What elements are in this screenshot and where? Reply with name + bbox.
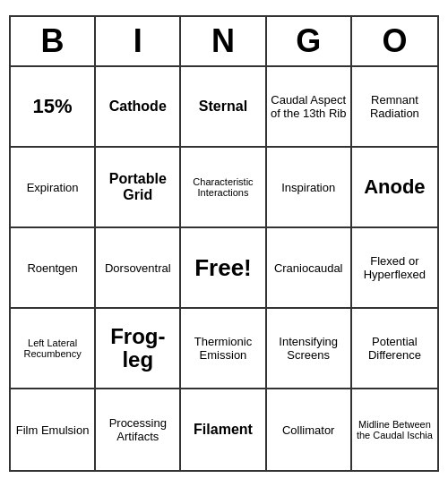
cell-text-10: Roentgen xyxy=(27,261,77,275)
cell-text-12: Free! xyxy=(194,254,252,282)
header-letter-i: I xyxy=(96,17,181,65)
bingo-cell-2: Sternal xyxy=(181,67,266,148)
bingo-cell-21: Processing Artifacts xyxy=(96,389,181,470)
bingo-cell-14: Flexed or Hyperflexed xyxy=(352,228,437,309)
bingo-cell-11: Dorsoventral xyxy=(96,228,181,309)
bingo-header: BINGO xyxy=(11,17,437,67)
cell-text-5: Expiration xyxy=(27,181,79,194)
cell-text-9: Anode xyxy=(364,175,425,199)
cell-text-2: Sternal xyxy=(199,98,247,115)
bingo-cell-16: Frog-leg xyxy=(96,309,181,389)
bingo-cell-5: Expiration xyxy=(11,148,96,228)
bingo-cell-22: Filament xyxy=(181,389,266,470)
bingo-cell-1: Cathode xyxy=(96,67,181,148)
cell-text-7: Characteristic Interactions xyxy=(185,176,261,198)
cell-text-6: Portable Grid xyxy=(99,171,176,203)
cell-text-18: Intensifying Screens xyxy=(271,335,347,362)
bingo-cell-3: Caudal Aspect of the 13th Rib xyxy=(267,67,352,148)
bingo-cell-20: Film Emulsion xyxy=(11,389,96,470)
bingo-cell-17: Thermionic Emission xyxy=(181,309,266,389)
cell-text-4: Remnant Radiation xyxy=(356,93,434,120)
bingo-grid: 15%CathodeSternalCaudal Aspect of the 13… xyxy=(11,67,437,470)
header-letter-g: G xyxy=(267,17,352,65)
bingo-cell-7: Characteristic Interactions xyxy=(181,148,266,228)
bingo-cell-8: Inspiration xyxy=(267,148,352,228)
bingo-cell-12: Free! xyxy=(181,228,266,309)
cell-text-22: Filament xyxy=(194,422,253,438)
bingo-cell-13: Craniocaudal xyxy=(267,228,352,309)
bingo-cell-24: Midline Between the Caudal Ischia xyxy=(352,389,437,470)
bingo-cell-23: Collimator xyxy=(267,389,352,470)
cell-text-16: Frog-leg xyxy=(99,325,176,372)
bingo-cell-18: Intensifying Screens xyxy=(267,309,352,389)
cell-text-13: Craniocaudal xyxy=(274,261,343,275)
header-letter-b: B xyxy=(11,17,96,65)
bingo-cell-10: Roentgen xyxy=(11,228,96,309)
header-letter-o: O xyxy=(352,17,437,65)
cell-text-24: Midline Between the Caudal Ischia xyxy=(356,419,434,440)
bingo-cell-0: 15% xyxy=(11,67,96,148)
cell-text-14: Flexed or Hyperflexed xyxy=(356,254,434,281)
bingo-cell-4: Remnant Radiation xyxy=(352,67,437,148)
cell-text-1: Cathode xyxy=(109,98,167,115)
bingo-cell-9: Anode xyxy=(352,148,437,228)
cell-text-20: Film Emulsion xyxy=(16,423,90,437)
cell-text-23: Collimator xyxy=(282,423,335,437)
cell-text-17: Thermionic Emission xyxy=(185,335,261,362)
bingo-cell-19: Potential Difference xyxy=(352,309,437,389)
cell-text-11: Dorsoventral xyxy=(105,261,171,275)
cell-text-8: Inspiration xyxy=(281,181,335,194)
bingo-cell-15: Left Lateral Recumbency xyxy=(11,309,96,389)
bingo-card: BINGO 15%CathodeSternalCaudal Aspect of … xyxy=(9,15,439,472)
bingo-cell-6: Portable Grid xyxy=(96,148,181,228)
cell-text-21: Processing Artifacts xyxy=(99,416,176,443)
cell-text-0: 15% xyxy=(33,95,73,118)
cell-text-15: Left Lateral Recumbency xyxy=(14,337,90,359)
cell-text-19: Potential Difference xyxy=(356,335,434,362)
cell-text-3: Caudal Aspect of the 13th Rib xyxy=(271,93,347,120)
header-letter-n: N xyxy=(181,17,266,65)
